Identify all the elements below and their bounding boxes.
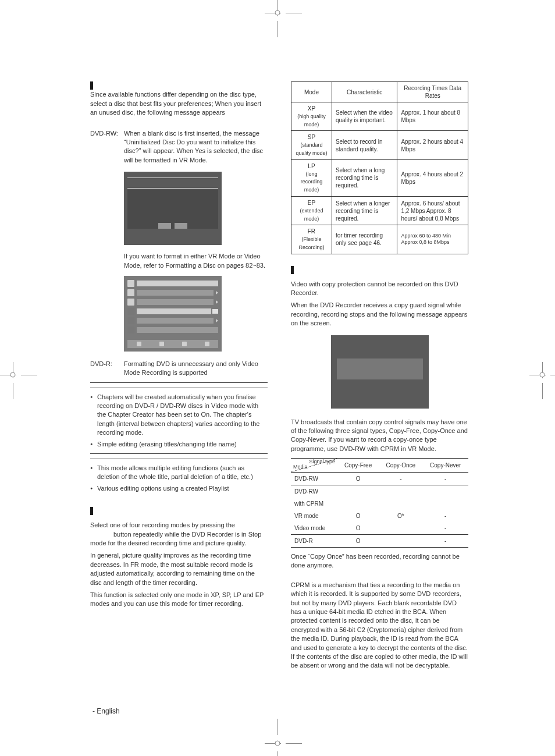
copy-signals-table: Signal type Media Copy-Free Copy-Once Co…: [291, 458, 468, 548]
table-header: Recording Times Data Rates: [397, 82, 468, 102]
table-row: with CPRM: [291, 498, 468, 510]
table-row: DVD-R O -: [291, 535, 468, 548]
separator: [90, 453, 268, 454]
list-item: This mode allows multiple editing functi…: [90, 464, 268, 482]
dvdrw-text: When a blank disc is first inserted, the…: [124, 129, 268, 165]
video-mode-bullets: Chapters will be created automatically w…: [90, 393, 268, 449]
section-marker: [90, 81, 93, 90]
separator: [90, 459, 268, 459]
disc-manager-screenshot: [124, 276, 222, 352]
copy-protection-section: [291, 266, 468, 274]
section-marker: [291, 266, 294, 274]
rec-intro: Select one of four recording modes by pr…: [90, 521, 268, 548]
separator: [90, 388, 268, 388]
rec-text-4: This function is selected only one mode …: [90, 591, 268, 609]
recording-mode-section: [90, 507, 268, 515]
init-dialog-screenshot: [124, 172, 222, 245]
dvdr-row: DVD-R: Formatting DVD is unnecessary and…: [90, 360, 268, 378]
dialog-yes-button-mock: [158, 223, 171, 229]
intro-text: Since available functions differ dependi…: [90, 91, 261, 116]
rec-text-2: button repeatedly while the DVD Recorder…: [90, 531, 261, 546]
table-row: XP(high quality mode) Select when the vi…: [291, 102, 468, 131]
page-footer: - English: [90, 707, 120, 715]
table-row: Video mode O -: [291, 522, 468, 535]
cprm-para: CPRM is a mechanism that ties a recordin…: [291, 581, 468, 670]
vr-mode-bullets: This mode allows multiple editing functi…: [90, 464, 268, 493]
table-header: Mode: [291, 82, 332, 102]
list-item: Simple editing (erasing titles/changing …: [90, 440, 268, 449]
section-marker: [90, 507, 93, 515]
table-row: DVD-RW: [291, 485, 468, 498]
signals-para: TV broadcasts that contain copy control …: [291, 418, 468, 454]
recording-modes-table: Mode Characteristic Recording Times Data…: [291, 81, 468, 254]
table-header: Characteristic: [332, 82, 397, 102]
table-row: FR(Flexible Recording) for timer recordi…: [291, 225, 468, 254]
copy-protect-text-2: When the DVD Recorder receives a copy gu…: [291, 301, 468, 328]
table-header: Copy-Never: [422, 459, 468, 473]
table-row: LP(long recording mode) Select when a lo…: [291, 159, 468, 196]
table-row: DVD-RW O - -: [291, 473, 468, 485]
copy-protect-text-1: Video with copy protection cannot be rec…: [291, 280, 468, 298]
table-header: Copy-Free: [337, 459, 379, 473]
table-row: EP(extended mode) Select when a longer r…: [291, 196, 468, 225]
table-row: SP(standard quality mode) Select to reco…: [291, 131, 468, 159]
dvdr-text: Formatting DVD is unnecessary and only V…: [124, 360, 268, 378]
diag-header: Signal type Media: [291, 459, 337, 473]
dvdr-label: DVD-R:: [90, 360, 124, 378]
copy-once-note: Once “Copy Once” has been recorded, reco…: [291, 552, 468, 570]
table-row: VR mode O O* -: [291, 510, 468, 522]
dialog-no-button-mock: [175, 223, 187, 229]
rec-text-3: In general, picture quality improves as …: [90, 551, 268, 587]
dvdrw-row: DVD-RW: When a blank disc is first inser…: [90, 129, 268, 165]
list-item: Various editing options using a created …: [90, 484, 268, 493]
copy-guard-screenshot: [331, 335, 429, 409]
footer-language: - English: [92, 707, 120, 715]
vr-note: If you want to format in either VR Mode …: [124, 252, 268, 270]
list-item: Chapters will be created automatically w…: [90, 393, 268, 438]
intro-section: Since available functions differ dependi…: [90, 81, 268, 118]
separator: [90, 382, 268, 383]
table-header: Copy-Once: [379, 459, 422, 473]
rec-text-1: Select one of four recording modes by pr…: [90, 521, 235, 528]
dvdrw-label: DVD-RW:: [90, 129, 124, 165]
